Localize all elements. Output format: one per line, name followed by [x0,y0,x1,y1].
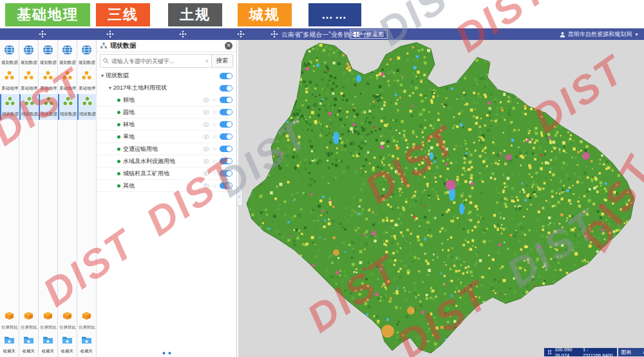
grid-icon [354,32,359,37]
tree-group-row[interactable]: ▼2017年土地利用现状 [97,82,236,94]
eye-icon[interactable] [203,184,209,188]
layer-label: 城镇村及工矿用地 [123,169,203,178]
layer-row[interactable]: 交通运输用地☆ [97,143,236,155]
sidebar-item-favorites-folder[interactable]: 收藏夹 [58,333,77,357]
star-icon[interactable]: ☆ [212,158,217,164]
star-icon[interactable]: ☆ [212,109,217,115]
chevron-down-icon: ▼ [634,32,639,37]
layer-visibility-toggle[interactable] [220,133,232,140]
group-visibility-toggle[interactable] [220,85,232,92]
sidebar-item-orange-cluster[interactable]: 基础地理 [19,68,39,94]
sidebar-item-split-compare[interactable]: 分屏对比 [39,309,58,333]
eye-icon[interactable] [203,171,209,176]
sidebar-item-label: 现状数据 [2,111,19,117]
map-canvas[interactable]: 昆明市 ▼ 底 [238,40,644,357]
orange-cluster-icon [62,70,73,84]
sidebar-item-green-cluster[interactable]: 现状数据 [77,94,97,120]
close-icon[interactable]: ✕ [225,42,232,50]
search-input[interactable] [109,58,203,64]
user-menu[interactable]: 昆明市自然资源和规划局 ▼ [560,30,639,39]
sidebar-item-split-compare[interactable]: 分屏对比 [58,309,77,333]
sidebar-column-4: 规划数据基础地理现状数据分屏对比收藏夹 [58,40,77,357]
tab-land-planning[interactable]: 土规 [168,3,222,26]
layer-visibility-toggle[interactable] [220,170,232,177]
tab-basic-geography[interactable]: 基础地理 [5,3,90,26]
layer-visibility-toggle[interactable] [220,158,232,164]
layer-row[interactable]: 园地☆ [97,106,236,119]
layer-visibility-toggle[interactable] [220,121,232,128]
star-icon[interactable]: ☆ [212,146,217,152]
eye-icon[interactable] [203,110,209,115]
sidebar-item-globe[interactable]: 规划数据 [77,43,97,68]
sidebar-item-green-cluster[interactable]: 现状数据 [39,94,58,120]
sidebar-item-orange-cluster[interactable]: 基础地理 [0,68,19,94]
eye-icon[interactable] [203,135,209,139]
layer-visibility-toggle[interactable] [220,182,232,189]
star-icon[interactable]: ☆ [212,133,217,140]
sidebar-item-favorites-folder[interactable]: 收藏夹 [19,333,39,357]
group-visibility-toggle[interactable] [220,73,232,79]
layer-visibility-toggle[interactable] [220,97,232,103]
legend-toggle[interactable]: 图例 ∧ [618,348,644,356]
layer-bullet-icon [117,184,120,188]
layer-row[interactable]: 草地☆ [97,131,236,143]
star-icon[interactable]: ☆ [212,170,217,177]
panel-collapse-handle[interactable]: ‹ [237,187,243,206]
layer-visibility-toggle[interactable] [220,146,232,152]
layer-label: 交通运输用地 [123,145,203,153]
layer-row[interactable]: 林地☆ [97,119,236,131]
sidebar-item-split-compare[interactable]: 分屏对比 [19,309,39,333]
tab-three-lines[interactable]: 三线 [96,3,150,26]
globe-icon [23,44,34,58]
star-icon[interactable]: ☆ [212,121,217,128]
layer-bullet-icon [117,99,120,102]
sidebar-item-favorites-folder[interactable]: 收藏夹 [0,333,19,357]
sidebar-item-green-cluster[interactable]: 现状数据 [58,94,77,120]
sidebar-item-globe[interactable]: 规划数据 [0,43,19,68]
layer-row[interactable]: 其他☆ [97,180,236,192]
sidebar-item-globe[interactable]: 规划数据 [19,43,39,68]
compass-icon[interactable] [237,30,245,38]
eye-icon[interactable] [203,122,209,127]
one-blueprint-button[interactable]: 一张蓝图 [350,30,388,39]
eye-icon[interactable] [203,159,209,164]
sidebar-item-label: 收藏夹 [23,348,35,354]
sidebar-item-orange-cluster[interactable]: 基础地理 [39,68,58,94]
split-compare-icon [23,311,34,323]
tree-group-row[interactable]: ▼现状数据 [97,70,236,82]
sidebar-item-label: 现状数据 [41,111,57,117]
sidebar-item-green-cluster[interactable]: 现状数据 [19,94,39,120]
layer-row[interactable]: 水域及水利设施用地☆ [97,155,236,168]
layer-visibility-toggle[interactable] [220,109,232,115]
sidebar-column-3: 规划数据基础地理现状数据分屏对比收藏夹 [39,40,58,357]
sidebar-item-globe[interactable]: 规划数据 [58,43,77,68]
star-icon[interactable]: ☆ [212,97,217,103]
sidebar-item-split-compare[interactable]: 分屏对比 [77,309,97,333]
sidebar-item-favorites-folder[interactable]: 收藏夹 [39,333,58,357]
eye-icon[interactable] [203,98,209,102]
layer-label: 水域及水利设施用地 [123,157,203,166]
compass-icon[interactable] [179,30,187,38]
tab-more[interactable]: …… [308,3,361,26]
compass-icon[interactable] [39,30,46,38]
layer-row[interactable]: 耕地☆ [97,94,236,106]
layer-label: 其他 [123,182,203,190]
star-icon[interactable]: ☆ [212,182,217,189]
layer-row[interactable]: 城镇村及工矿用地☆ [97,168,236,180]
caret-down-icon[interactable]: ▼ [99,73,106,78]
clear-search-icon[interactable]: × [203,58,211,64]
sidebar-item-favorites-folder[interactable]: 收藏夹 [77,333,97,357]
sidebar-item-label: 现状数据 [21,111,38,117]
compass-icon[interactable] [106,30,114,38]
caret-down-icon[interactable]: ▼ [107,86,113,90]
pagination-dots[interactable] [162,352,171,354]
sidebar-item-orange-cluster[interactable]: 基础地理 [77,68,97,94]
eye-icon[interactable] [203,147,209,151]
sidebar-item-split-compare[interactable]: 分屏对比 [0,309,19,333]
sidebar-item-green-cluster[interactable]: 现状数据 [0,94,19,120]
compass-icon[interactable] [270,30,278,38]
sidebar-item-orange-cluster[interactable]: 基础地理 [58,68,77,94]
search-button[interactable]: 搜索 [211,55,232,67]
sidebar-item-globe[interactable]: 规划数据 [39,43,58,68]
tab-urban-planning[interactable]: 城规 [238,3,292,26]
